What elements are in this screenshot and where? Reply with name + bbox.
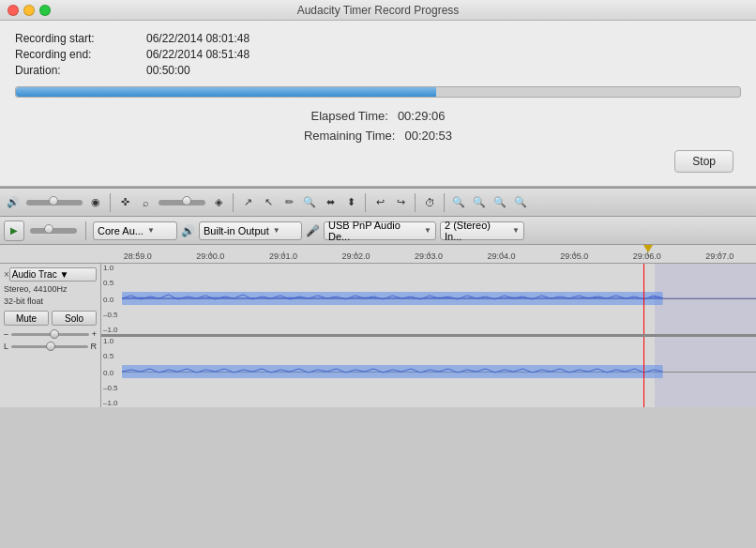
scale2-neg-1-0: –1.0	[103, 399, 118, 407]
stop-button[interactable]: Stop	[674, 150, 733, 173]
waveform-area: 1.0 0.5 0.0 –0.5 –1.0	[101, 264, 756, 407]
upper-channel: 1.0 0.5 0.0 –0.5 –1.0	[101, 264, 756, 334]
usb-device-label: USB PnP Audio De...	[328, 220, 420, 242]
remaining-row: Remaining Time: 00:20:53	[304, 129, 452, 143]
track-info-line2: 32-bit float	[4, 296, 97, 308]
playhead-line-upper	[643, 264, 644, 334]
volume-slider[interactable]	[11, 333, 89, 336]
recording-start-row: Recording start: 06/22/2014 08:01:48	[15, 32, 741, 45]
recording-start-label: Recording start:	[15, 32, 128, 45]
zoom-out-icon[interactable]: ⌕	[136, 193, 155, 212]
playhead-marker	[643, 245, 653, 252]
scale-neg-1-0: –1.0	[103, 326, 118, 334]
zoom-sel-icon[interactable]: 🔍	[511, 193, 530, 212]
scale2-0-0: 0.0	[103, 369, 113, 377]
tick-0: 28:59.0	[101, 251, 174, 263]
pan-row: L R	[4, 342, 97, 351]
progress-bar-fill	[16, 87, 436, 97]
recording-start-value: 06/22/2014 08:01:48	[146, 32, 249, 45]
pan-r-label: R	[91, 342, 98, 351]
channels-dropdown[interactable]: 2 (Stereo) In... ▼	[440, 221, 524, 240]
toolbar-row-2: ▶ Core Au... ▼ 🔊 Built-in Output ▼ 🎤 USB…	[0, 217, 756, 245]
zoom-fit-icon[interactable]: 🔍	[491, 193, 509, 212]
sep5	[444, 193, 445, 212]
mute-solo: Mute Solo	[4, 311, 97, 326]
draw-tool-icon[interactable]: ✏	[280, 193, 298, 212]
stop-button-row: Stop	[15, 150, 741, 176]
redo-icon[interactable]: ↪	[391, 193, 410, 212]
track-info: Stereo, 44100Hz 32-bit float	[4, 283, 97, 307]
track-close-button[interactable]: ×	[4, 269, 9, 280]
output-speaker-icon: 🔊	[181, 224, 195, 237]
zoom-tool-icon[interactable]: 🔍	[300, 193, 319, 212]
elapsed-value: 00:29:06	[398, 109, 446, 123]
tick-3: 29:02.0	[320, 251, 393, 263]
scale2-0-5: 0.5	[103, 352, 113, 360]
timeline-ruler[interactable]: 28:59.0 29:00.0 29:01.0 29:02.0 29:03.0 …	[0, 245, 756, 264]
titlebar: Audacity Timer Record Progress	[0, 0, 756, 21]
zoom-in-icon[interactable]: ✜	[115, 193, 134, 212]
ruler-ticks: 28:59.0 29:00.0 29:01.0 29:02.0 29:03.0 …	[0, 251, 756, 263]
speaker-icon[interactable]: 🔊	[4, 193, 23, 212]
mute-button[interactable]: Mute	[4, 311, 49, 326]
track-info-line1: Stereo, 44100Hz	[4, 283, 97, 296]
select-tool-icon[interactable]: ↗	[238, 193, 257, 212]
track-name-select[interactable]: Audio Trac ▼	[9, 267, 97, 282]
input-device-arrow: ▼	[147, 226, 155, 235]
tick-4: 29:03.0	[392, 251, 465, 263]
envelope-tool-icon[interactable]: ↖	[259, 193, 278, 212]
track-name-label: Audio Trac	[12, 269, 57, 280]
output-device-arrow: ▼	[273, 226, 280, 235]
output-device-label: Built-in Output	[204, 225, 269, 236]
minimize-button[interactable]	[23, 5, 35, 16]
progress-bar	[15, 86, 741, 98]
multi-tool-icon[interactable]: ⬍	[341, 193, 360, 212]
usb-device-arrow: ▼	[424, 226, 431, 235]
time-display: Elapsed Time: 00:29:06 Remaining Time: 0…	[15, 109, 741, 143]
input-volume-knob[interactable]	[49, 196, 58, 206]
mic-volume-icon[interactable]: ◉	[86, 193, 105, 212]
undo-icon[interactable]: ↩	[370, 193, 389, 212]
maximize-button[interactable]	[39, 5, 51, 16]
tick-5: 29:04.0	[465, 251, 538, 263]
tick-2: 29:01.0	[247, 251, 320, 263]
waveform-upper-svg	[122, 264, 756, 334]
tick-8: 29:07.0	[684, 251, 757, 263]
timer-icon[interactable]: ⏱	[420, 193, 439, 212]
scale-1-0: 1.0	[103, 264, 113, 272]
usb-device-dropdown[interactable]: USB PnP Audio De... ▼	[324, 221, 436, 240]
window-title: Audacity Timer Record Progress	[297, 4, 460, 17]
recording-end-value: 06/22/2014 08:51:48	[146, 48, 249, 61]
audacity-main: 🔊 ◉ ✜ ⌕ ◈ ↗ ↖ ✏ 🔍 ⬌ ⬍ ↩ ↪ ⏱ 🔍 🔍 🔍 🔍 ▶	[0, 187, 756, 407]
track-controls: × Audio Trac ▼ Stereo, 44100Hz 32-bit fl…	[0, 264, 101, 407]
tick-1: 29:00.0	[174, 251, 248, 263]
pan-knob[interactable]	[46, 342, 55, 351]
scale2-neg-0-5: –0.5	[103, 384, 118, 392]
waveform-lower-svg	[122, 337, 756, 407]
duration-row: Duration: 00:50:00	[15, 64, 741, 77]
track-area: × Audio Trac ▼ Stereo, 44100Hz 32-bit fl…	[0, 264, 756, 407]
output-volume-icon[interactable]: ◈	[209, 193, 228, 212]
input-device-dropdown[interactable]: Core Au... ▼	[93, 221, 177, 240]
volume-knob[interactable]	[50, 329, 59, 339]
recording-end-label: Recording end:	[15, 48, 128, 61]
output-volume-knob[interactable]	[182, 196, 191, 206]
pan-slider[interactable]	[11, 345, 87, 348]
zoom-out2-icon[interactable]: 🔍	[470, 193, 489, 212]
playback-vol-knob[interactable]	[44, 224, 53, 234]
sep4	[415, 193, 416, 212]
output-device-dropdown[interactable]: Built-in Output ▼	[199, 221, 302, 240]
scale-neg-0-5: –0.5	[103, 311, 118, 319]
window-controls[interactable]	[8, 5, 51, 16]
sep3	[365, 193, 366, 212]
timeshift-tool-icon[interactable]: ⬌	[321, 193, 340, 212]
play-button[interactable]: ▶	[4, 221, 24, 241]
scale-0-0: 0.0	[103, 296, 113, 304]
zoom-in2-icon[interactable]: 🔍	[449, 193, 468, 212]
solo-button[interactable]: Solo	[52, 311, 97, 326]
recording-end-row: Recording end: 06/22/2014 08:51:48	[15, 48, 741, 61]
close-button[interactable]	[8, 5, 19, 16]
sep2	[233, 193, 234, 212]
playhead-line-lower	[643, 337, 644, 407]
channels-arrow: ▼	[512, 226, 520, 235]
